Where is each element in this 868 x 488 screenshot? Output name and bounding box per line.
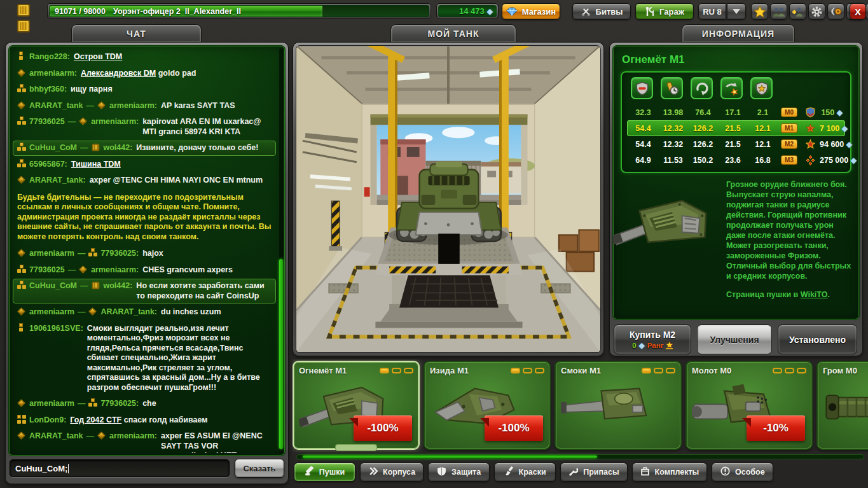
chat-message: ARARAT_tank—armeniaarm:axper ES ASUM EI … <box>13 429 276 453</box>
stat-value: 12.32 <box>658 124 688 133</box>
chat-message-text: Извините, доначу только себе! <box>136 143 272 153</box>
chat-message: armeniaarm—77936025:che <box>13 396 276 412</box>
chat-nickname[interactable]: wol442: <box>104 143 133 152</box>
favorites-button[interactable] <box>751 3 768 20</box>
chat-nickname[interactable]: armeniaarm: <box>109 101 157 110</box>
category-tab-пушки[interactable]: Пушки <box>294 463 355 482</box>
chat-nickname[interactable]: 77936025 <box>29 265 65 274</box>
chat-message-list[interactable]: Rango228:Остров TDMarmeniaarm:Александро… <box>13 50 276 453</box>
chat-nickname[interactable]: armeniaarm: <box>91 265 139 274</box>
category-tab-припасы[interactable]: Припасы <box>560 463 627 482</box>
upgrade-row-m3[interactable]: 64.911.53150.223.616.8M3275 000 ◆ <box>627 152 845 168</box>
chat-nickname[interactable]: 19061961SVE: <box>29 324 83 333</box>
chat-nickname[interactable]: ARARAT_tank <box>29 431 83 440</box>
category-tab-label: Пушки <box>319 468 345 477</box>
chat-scrollbar[interactable] <box>279 48 283 453</box>
close-button[interactable]: X <box>850 3 866 20</box>
impact-icon <box>720 77 743 99</box>
cards-scrollbar-thumb[interactable] <box>303 456 597 458</box>
chat-message: 19061961SVE:Смоки выглядит реально,изя л… <box>13 321 276 396</box>
stat-value: 126.2 <box>688 140 718 149</box>
chat-nickname[interactable]: armeniaarm: <box>91 117 139 126</box>
battle-link[interactable]: Александровск DM <box>81 69 156 78</box>
cards-scrollbar[interactable] <box>296 454 864 459</box>
turret-card-2[interactable]: Изида M1-100% <box>424 361 551 450</box>
chat-nickname[interactable]: armeniaarm: <box>29 69 77 78</box>
chat-nickname[interactable]: Rango228: <box>29 52 70 61</box>
turret-card-5[interactable]: Гром M0 <box>816 361 868 450</box>
category-tab-комплекты[interactable]: Комплекты <box>632 463 708 482</box>
stat-value: 23.6 <box>718 156 748 165</box>
turret-card-4[interactable]: Молот M0-10% <box>685 361 813 450</box>
chat-nickname[interactable]: 65965867: <box>29 160 67 169</box>
send-message-button[interactable]: Сказать <box>235 459 284 478</box>
chat-nickname[interactable]: CuHuu_CoM <box>29 281 77 290</box>
chat-message-prefix: 19061961SVE: <box>17 324 83 334</box>
upgrade-row-m0[interactable]: 32.313.9876.417.12.1M0150 ◆ <box>627 104 845 120</box>
turret-card-3[interactable]: Смоки M1 <box>555 361 682 450</box>
damage-icon <box>631 77 653 99</box>
tab-chat[interactable]: ЧАТ <box>71 24 202 43</box>
pip-icon <box>392 368 401 373</box>
chat-nickname[interactable]: armeniaarm <box>29 399 74 408</box>
category-tab-защита[interactable]: Защита <box>428 463 490 482</box>
squares-2-rank-icon <box>17 324 25 332</box>
upgrade-row-m1[interactable]: 54.412.32126.221.512.1M17 100 ◆ <box>627 120 845 136</box>
turret-card-1[interactable]: Огнемёт M1-100% <box>293 361 420 450</box>
chat-nickname[interactable]: CuHuu_CoM <box>29 143 77 152</box>
sound-button[interactable] <box>827 3 844 20</box>
wiki-link[interactable]: WikiTO <box>801 290 828 299</box>
settings-button[interactable] <box>808 3 825 20</box>
tab-information[interactable]: ИНФОРМАЦИЯ <box>682 24 795 43</box>
rank-m3-icon <box>801 155 820 165</box>
diamond-rank-icon <box>17 249 25 257</box>
rank-m1-icon <box>801 123 820 134</box>
upgrades-button[interactable]: Улучшения <box>697 324 772 354</box>
chat-nickname[interactable]: armeniaarm <box>29 307 74 316</box>
battle-link[interactable]: Тишина TDM <box>71 160 121 169</box>
chat-nickname[interactable]: ARARAT_tank: <box>100 307 157 316</box>
tab-my-tank[interactable]: МОЙ ТАНК <box>390 24 516 43</box>
chat-nickname[interactable]: ARARAT_tank: <box>29 176 86 185</box>
stat-value: 76.4 <box>688 108 718 117</box>
crystal-counter[interactable]: 14 473◆ <box>436 3 499 19</box>
chat-nickname[interactable]: wol442: <box>104 281 133 290</box>
shop-button[interactable]: Магазин <box>502 3 560 20</box>
chat-input[interactable]: CuHuu_CoM; <box>10 459 230 477</box>
buy-m2-button[interactable]: Купить M2 0◆Ранг★ <box>614 324 691 354</box>
diamond-rank-icon <box>17 307 25 316</box>
invite-friend-button[interactable] <box>789 3 806 20</box>
chat-scrollbar-thumb[interactable] <box>279 259 283 449</box>
pip-icon <box>380 368 389 373</box>
diamond-rank-icon <box>97 101 106 109</box>
chat-nickname[interactable]: LonDon9: <box>29 415 66 424</box>
locale-selector[interactable]: RU 8 <box>698 3 726 20</box>
modification-pips <box>773 368 806 373</box>
chevron-down-icon <box>733 9 740 14</box>
battle-link[interactable]: Остров TDM <box>74 52 122 61</box>
crystal-icon: ◆ <box>851 156 857 165</box>
category-tab-краски[interactable]: Краски <box>494 463 556 482</box>
battles-button[interactable]: Битвы <box>572 3 631 20</box>
stat-value: 32.3 <box>628 108 658 117</box>
locale-dropdown-arrow[interactable] <box>727 3 746 20</box>
chat-nickname[interactable]: bhbyf360: <box>29 85 67 94</box>
chat-message: bhbyf360:ищу парня <box>13 82 276 97</box>
upgrade-row-m2[interactable]: 54.412.32126.221.512.1M294 600 ◆ <box>627 136 845 152</box>
installed-button[interactable]: Установлено <box>778 324 857 354</box>
chat-nickname[interactable]: 77936025: <box>100 249 139 258</box>
chat-nickname[interactable]: ARARAT_tank <box>29 101 83 110</box>
battle-link[interactable]: Год 2042 CTF <box>70 415 121 424</box>
friends-button[interactable] <box>770 3 787 20</box>
modification-pips <box>511 368 544 373</box>
chat-nickname[interactable]: armeniaarm <box>29 249 74 258</box>
tank-3d-view[interactable] <box>296 45 601 353</box>
chat-nickname[interactable]: armeniaarm: <box>109 431 157 440</box>
chat-nickname[interactable]: 77936025 <box>29 117 65 126</box>
category-tab-особое[interactable]: Особое <box>712 463 773 482</box>
chat-message-prefix: 77936025—armeniaarm: <box>17 265 139 275</box>
garage-button[interactable]: Гараж <box>635 3 694 20</box>
category-tab-корпуса[interactable]: Корпуса <box>360 463 424 482</box>
chat-message: armeniaarm—77936025:hajox <box>13 246 276 261</box>
chat-nickname[interactable]: 77936025: <box>100 399 139 408</box>
